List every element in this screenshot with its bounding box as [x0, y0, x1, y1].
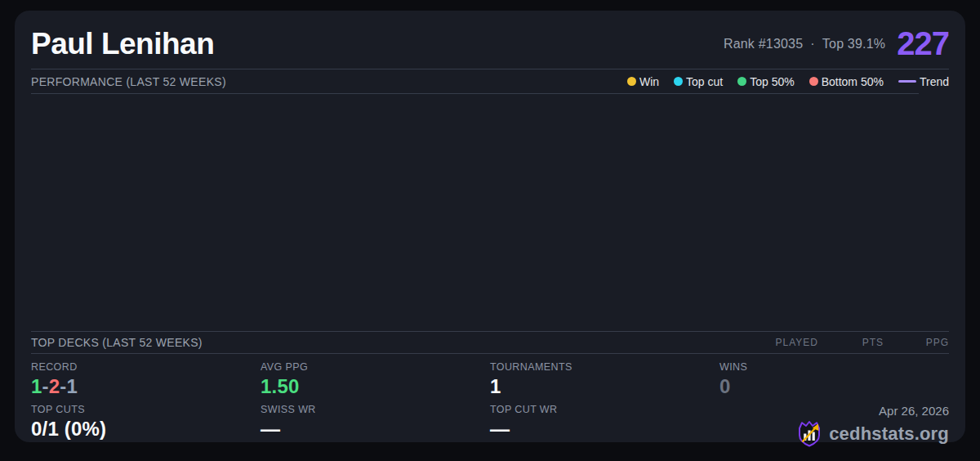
record-sep: - [42, 375, 49, 397]
stat-tournaments: TOURNAMENTS 1 [490, 361, 719, 404]
record-draws: 1 [67, 375, 78, 397]
rank-separator: · [810, 37, 815, 51]
stats-row-2: TOP CUTS 0/1 (0%) SWISS WR — TOP CUT WR … [31, 404, 949, 453]
legend-label: Top cut [686, 75, 723, 88]
legend-item-bottom50: Bottom 50% [809, 75, 884, 88]
top-decks-title: TOP DECKS (LAST 52 WEEKS) [31, 336, 203, 349]
top-decks-header: TOP DECKS (LAST 52 WEEKS) PLAYED PTS PPG [31, 332, 949, 353]
top-percent-text: Top 39.1% [822, 37, 885, 51]
performance-chart [31, 94, 949, 331]
generated-date: Apr 26, 2026 [719, 404, 949, 418]
legend-label: Win [639, 75, 659, 88]
stat-label: RECORD [31, 361, 261, 373]
record-losses: 2 [49, 375, 60, 397]
avg-ppg-value: 1.50 [261, 375, 490, 398]
total-points: 227 [897, 25, 949, 62]
stat-avg-ppg: AVG PPG 1.50 [261, 361, 490, 404]
record-sep: - [60, 375, 66, 397]
stat-record: RECORD 1-2-1 [31, 361, 261, 404]
column-ppg: PPG [884, 337, 949, 348]
stat-swiss-wr: SWISS WR — [261, 404, 490, 453]
record-value: 1-2-1 [31, 375, 261, 398]
stat-label: TOURNAMENTS [490, 361, 719, 373]
record-wins: 1 [31, 375, 42, 397]
player-stats-card: Paul Lenihan Rank #13035 · Top 39.1% 227… [15, 11, 965, 442]
stat-label: TOP CUT WR [490, 404, 719, 415]
top50-dot-icon [737, 77, 746, 86]
card-header: Paul Lenihan Rank #13035 · Top 39.1% 227 [31, 11, 949, 69]
rank-text: Rank #13035 [724, 37, 803, 51]
stats-row-1: RECORD 1-2-1 AVG PPG 1.50 TOURNAMENTS 1 … [31, 361, 949, 404]
header-right: Rank #13035 · Top 39.1% 227 [724, 25, 949, 62]
top-cut-wr-value: — [490, 418, 719, 441]
performance-header: PERFORMANCE (LAST 52 WEEKS) Win Top cut … [31, 69, 949, 93]
top-decks-columns: PLAYED PTS PPG [728, 337, 949, 348]
win-dot-icon [627, 77, 636, 86]
stat-label: AVG PPG [261, 361, 490, 373]
bottom50-dot-icon [809, 77, 818, 86]
player-name: Paul Lenihan [31, 27, 214, 61]
stat-label: TOP CUTS [31, 404, 261, 415]
trend-line-icon [898, 80, 916, 83]
legend-item-trend: Trend [898, 75, 949, 88]
cedhstats-shield-logo-icon [796, 420, 822, 447]
stat-top-cuts: TOP CUTS 0/1 (0%) [31, 404, 261, 453]
stat-label: WINS [719, 361, 949, 373]
brand-name: cedhstats.org [829, 423, 949, 445]
legend-label: Top 50% [750, 75, 794, 88]
card-footer: Apr 26, 2026 cedhstats.org [719, 404, 949, 453]
wins-value: 0 [719, 375, 949, 398]
column-pts: PTS [818, 337, 884, 348]
stats-section: RECORD 1-2-1 AVG PPG 1.50 TOURNAMENTS 1 … [31, 354, 949, 453]
swiss-wr-value: — [261, 418, 490, 441]
legend-label: Trend [920, 75, 949, 88]
performance-title: PERFORMANCE (LAST 52 WEEKS) [31, 75, 226, 88]
legend-item-win: Win [627, 75, 659, 88]
tournaments-value: 1 [490, 375, 719, 398]
stat-wins: WINS 0 [719, 361, 949, 404]
chart-legend: Win Top cut Top 50% Bottom 50% Trend [627, 75, 949, 88]
topcut-dot-icon [674, 77, 683, 86]
brand-row: cedhstats.org [719, 420, 949, 447]
legend-item-top50: Top 50% [737, 75, 794, 88]
rank-line: Rank #13035 · Top 39.1% [724, 37, 885, 51]
stat-top-cut-wr: TOP CUT WR — [490, 404, 719, 453]
stat-label: SWISS WR [261, 404, 490, 415]
legend-label: Bottom 50% [822, 75, 884, 88]
legend-item-topcut: Top cut [674, 75, 723, 88]
column-played: PLAYED [728, 337, 818, 348]
top-cuts-value: 0/1 (0%) [31, 418, 261, 441]
